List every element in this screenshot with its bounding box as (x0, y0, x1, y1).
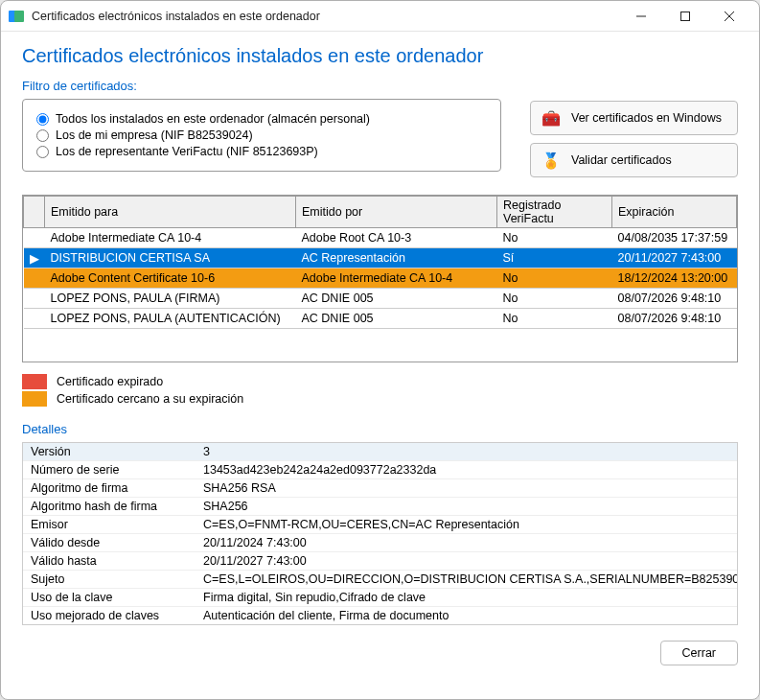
close-button[interactable]: Cerrar (660, 641, 738, 665)
close-window-button[interactable] (707, 1, 751, 32)
detail-value: SHA256 (196, 498, 737, 515)
detail-row: Número de serie13453ad423eb242a24a2ed093… (23, 461, 737, 479)
filter-radio-2[interactable] (36, 146, 49, 158)
cell-registered: No (497, 268, 612, 289)
view-certs-windows-label: Ver certificados en Windows (571, 111, 722, 125)
row-indicator (24, 228, 45, 248)
cell-expiration: 20/11/2027 7:43:00 (612, 248, 737, 268)
action-buttons: 🧰 Ver certificados en Windows 🏅 Validar … (530, 99, 738, 177)
detail-row: Algoritmo hash de firmaSHA256 (23, 498, 737, 516)
legend-expired: Certificado expirado (22, 374, 738, 389)
detail-value: Firma digital, Sin repudio,Cifrado de cl… (196, 589, 737, 606)
row-indicator: ▶ (24, 248, 45, 268)
detail-value: C=ES,O=FNMT-RCM,OU=CERES,CN=AC Represent… (196, 516, 737, 533)
app-window: Certificados electrónicos instalados en … (0, 0, 760, 700)
row-indicator (24, 289, 45, 309)
legend-expired-label: Certificado expirado (57, 375, 163, 388)
detail-key: Algoritmo hash de firma (23, 498, 196, 515)
filter-option-label-1: Los de mi empresa (NIF B82539024) (56, 128, 253, 142)
cell-issued_to: LOPEZ PONS, PAULA (AUTENTICACIÓN) (45, 309, 296, 329)
detail-value: 20/11/2024 7:43:00 (196, 534, 737, 551)
detail-row: Uso mejorado de clavesAutenticación del … (23, 607, 737, 624)
details-heading: Detalles (22, 422, 738, 436)
cell-issued_by: AC DNIE 005 (296, 289, 497, 309)
cell-issued_to: DISTRIBUCION CERTISA SA (45, 248, 296, 268)
cell-registered: No (497, 228, 612, 248)
col-issued-by[interactable]: Emitido por (296, 197, 497, 228)
swatch-nearexp (22, 391, 47, 407)
legend-nearexp-label: Certificado cercano a su expiración (57, 392, 243, 406)
detail-key: Versión (23, 443, 196, 460)
detail-row: Uso de la claveFirma digital, Sin repudi… (23, 589, 737, 607)
page-title: Certificados electrónicos instalados en … (22, 45, 738, 67)
cell-issued_by: Adobe Intermediate CA 10-4 (296, 268, 497, 289)
table-row[interactable]: ▶DISTRIBUCION CERTISA SAAC Representació… (24, 248, 737, 268)
window-buttons (619, 1, 751, 32)
cell-issued_to: Adobe Intermediate CA 10-4 (45, 228, 296, 248)
filter-option-label-0: Todos los instalados en este ordenador (… (56, 112, 370, 126)
legend: Certificado expirado Certificado cercano… (22, 372, 738, 408)
col-issued-to[interactable]: Emitido para (45, 197, 296, 228)
cell-registered: No (497, 309, 612, 329)
award-icon: 🏅 (541, 150, 562, 171)
certificates-table[interactable]: Emitido para Emitido por Registrado Veri… (23, 196, 737, 329)
detail-row: Válido hasta20/11/2027 7:43:00 (23, 552, 737, 571)
filter-option-2[interactable]: Los de representante VeriFactu (NIF 8512… (36, 145, 487, 158)
legend-nearexp: Certificado cercano a su expiración (22, 391, 738, 407)
filter-option-1[interactable]: Los de mi empresa (NIF B82539024) (36, 128, 487, 142)
detail-value: 3 (196, 443, 737, 460)
table-row[interactable]: Adobe Content Certificate 10-6Adobe Inte… (24, 268, 737, 289)
detail-row: SujetoC=ES,L=OLEIROS,OU=DIRECCION,O=DIST… (23, 571, 737, 589)
filter-option-0[interactable]: Todos los instalados en este ordenador (… (36, 112, 487, 126)
filter-radio-1[interactable] (36, 129, 49, 142)
table-row[interactable]: LOPEZ PONS, PAULA (AUTENTICACIÓN)AC DNIE… (24, 309, 737, 329)
col-registered[interactable]: Registrado VeriFactu (497, 197, 612, 228)
filter-radio-0[interactable] (36, 113, 49, 126)
cell-expiration: 08/07/2026 9:48:10 (612, 309, 737, 329)
swatch-expired (22, 374, 47, 389)
view-certs-windows-button[interactable]: 🧰 Ver certificados en Windows (530, 101, 738, 135)
detail-row: Válido desde20/11/2024 7:43:00 (23, 534, 737, 552)
details-grid: Versión3Número de serie13453ad423eb242a2… (22, 442, 738, 625)
validate-certs-label: Validar certificados (571, 153, 672, 167)
detail-value: Autenticación del cliente, Firma de docu… (196, 607, 737, 624)
cell-issued_by: Adobe Root CA 10-3 (296, 228, 497, 248)
window-title: Certificados electrónicos instalados en … (32, 10, 619, 23)
content-area: Certificados electrónicos instalados en … (1, 32, 759, 699)
footer: Cerrar (22, 625, 738, 665)
table-row[interactable]: Adobe Intermediate CA 10-4Adobe Root CA … (24, 228, 737, 248)
detail-key: Válido hasta (23, 552, 196, 570)
cell-expiration: 04/08/2035 17:37:59 (612, 228, 737, 248)
table-row[interactable]: LOPEZ PONS, PAULA (FIRMA)AC DNIE 005No08… (24, 289, 737, 309)
detail-value: 20/11/2027 7:43:00 (196, 552, 737, 570)
detail-value: 13453ad423eb242a24a2ed093772a2332da (196, 461, 737, 478)
detail-value: SHA256 RSA (196, 479, 737, 497)
row-indicator (24, 268, 45, 289)
svg-rect-1 (681, 12, 690, 20)
detail-row: EmisorC=ES,O=FNMT-RCM,OU=CERES,CN=AC Rep… (23, 516, 737, 534)
cell-issued_to: LOPEZ PONS, PAULA (FIRMA) (45, 289, 296, 309)
detail-row: Versión3 (23, 443, 737, 461)
detail-key: Uso mejorado de claves (23, 607, 196, 624)
cell-registered: Sí (497, 248, 612, 268)
row-indicator (24, 309, 45, 329)
cell-issued_by: AC DNIE 005 (296, 309, 497, 329)
detail-key: Válido desde (23, 534, 196, 551)
detail-value: C=ES,L=OLEIROS,OU=DIRECCION,O=DISTRIBUCI… (196, 571, 737, 588)
cell-expiration: 18/12/2024 13:20:00 (612, 268, 737, 289)
cell-issued_to: Adobe Content Certificate 10-6 (45, 268, 296, 289)
maximize-button[interactable] (663, 1, 707, 32)
detail-row: Algoritmo de firmaSHA256 RSA (23, 479, 737, 498)
col-expiration[interactable]: Expiración (612, 197, 737, 228)
detail-key: Uso de la clave (23, 589, 196, 606)
filter-box: Todos los instalados en este ordenador (… (22, 99, 501, 172)
validate-certs-button[interactable]: 🏅 Validar certificados (530, 143, 738, 177)
titlebar: Certificados electrónicos instalados en … (1, 1, 759, 32)
detail-key: Algoritmo de firma (23, 479, 196, 497)
detail-key: Sujeto (23, 571, 196, 588)
certificates-table-wrap: Emitido para Emitido por Registrado Veri… (22, 195, 738, 362)
cell-issued_by: AC Representación (296, 248, 497, 268)
minimize-button[interactable] (619, 1, 663, 32)
toolbox-icon: 🧰 (541, 107, 562, 128)
filter-heading: Filtro de certificados: (22, 79, 738, 93)
